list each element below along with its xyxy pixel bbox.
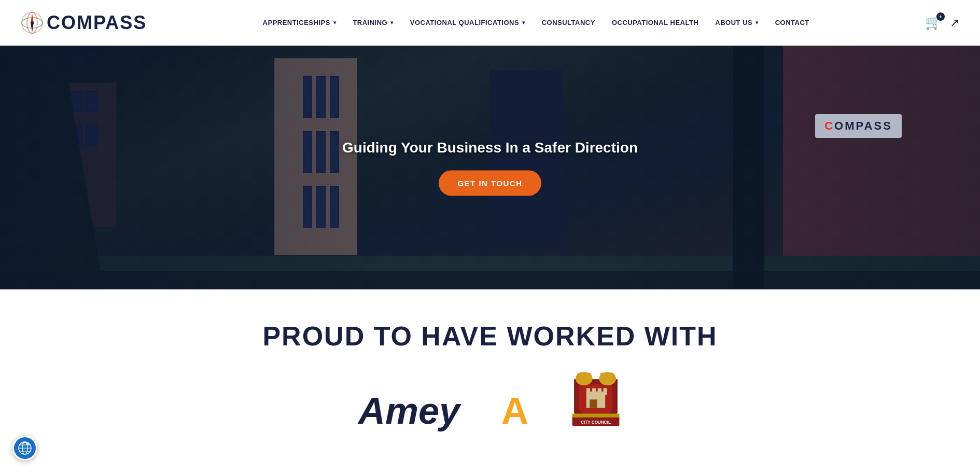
- site-header: COMPASS APPRENTICESHIPS ▾ TRAINING ▾ VOC…: [0, 0, 980, 46]
- cart-button[interactable]: 🛒 +: [925, 15, 942, 31]
- nav-item-occupational[interactable]: OCCUPATIONAL HEALTH: [606, 15, 705, 31]
- amey-icon-yellow: A: [501, 390, 528, 432]
- main-nav: APPRENTICESHIPS ▾ TRAINING ▾ VOCATIONAL …: [257, 15, 816, 31]
- partner-icon-2: A: [501, 392, 528, 429]
- svg-rect-17: [586, 388, 590, 395]
- hero-tagline: Guiding Your Business In a Safer Directi…: [342, 140, 638, 156]
- partner-logos: Amey A: [41, 372, 939, 429]
- proud-title: PROUD TO HAVE WORKED WITH: [41, 321, 939, 352]
- accessibility-icon: [18, 441, 32, 445]
- svg-text:CITY COUNCIL: CITY COUNCIL: [581, 420, 611, 425]
- svg-point-5: [31, 21, 34, 24]
- amey-logo: Amey: [358, 392, 460, 429]
- svg-rect-21: [590, 399, 597, 408]
- hero-section: COMPASS Guiding Your Business In a Safer…: [0, 46, 980, 289]
- logo-text: COMPASS: [47, 13, 147, 32]
- logo[interactable]: COMPASS: [21, 11, 147, 34]
- svg-rect-20: [604, 388, 607, 395]
- chevron-down-icon: ▾: [755, 20, 759, 25]
- nav-item-contact[interactable]: CONTACT: [769, 15, 816, 31]
- svg-rect-22: [572, 414, 620, 418]
- header-icons: 🛒 + ↗: [925, 15, 959, 31]
- hero-content: Guiding Your Business In a Safer Directi…: [342, 140, 638, 196]
- nav-item-vocational[interactable]: VOCATIONAL QUALIFICATIONS ▾: [404, 15, 531, 31]
- svg-rect-18: [592, 388, 596, 395]
- external-link-icon[interactable]: ↗: [950, 16, 959, 30]
- chevron-down-icon: ▾: [333, 20, 337, 25]
- nav-item-training[interactable]: TRAINING ▾: [346, 15, 399, 31]
- proud-section: PROUD TO HAVE WORKED WITH Amey A: [0, 289, 980, 445]
- amey-text: Amey: [358, 390, 460, 432]
- hero-compass-sign: COMPASS: [815, 114, 902, 138]
- crest-icon: CITY COUNCIL: [570, 370, 622, 432]
- svg-rect-13: [600, 372, 613, 381]
- svg-rect-19: [598, 388, 601, 395]
- hero-sign-text: COMPASS: [824, 119, 892, 132]
- chevron-down-icon: ▾: [522, 20, 525, 25]
- chevron-down-icon: ▾: [390, 20, 394, 25]
- cart-badge: +: [936, 12, 945, 21]
- nav-item-about[interactable]: ABOUT US ▾: [709, 15, 764, 31]
- nav-item-apprenticeships[interactable]: APPRENTICESHIPS ▾: [257, 15, 343, 31]
- nav-item-consultancy[interactable]: CONSULTANCY: [536, 15, 601, 31]
- get-in-touch-button[interactable]: GET IN TOUCH: [439, 171, 541, 196]
- svg-rect-10: [578, 372, 591, 381]
- compass-logo-icon: [21, 11, 44, 34]
- crest-logo: CITY COUNCIL: [570, 372, 622, 429]
